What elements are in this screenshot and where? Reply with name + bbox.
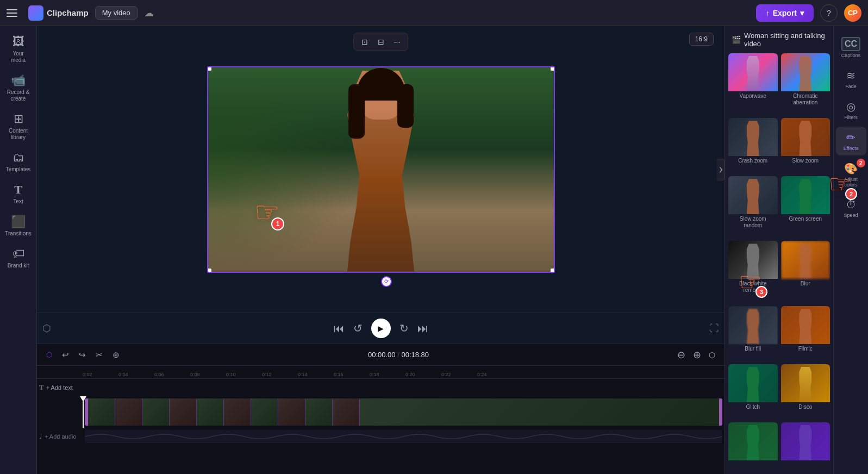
resize-handle-tr[interactable] [551,66,555,71]
left-sidebar: 🖼 Your media 📹 Record & create ⊞ Content… [0,26,37,474]
play-button[interactable]: ▶ [371,319,391,338]
speed-icon: ⏱ [846,198,857,211]
adjust-colors-icon: 🎨 [844,162,858,175]
undo-button[interactable]: ↩ [59,348,72,361]
sidebar-item-brand-kit[interactable]: 🏷 Brand kit [2,242,35,273]
tool-label-adjust-colors: Adjust colors [839,177,863,188]
effect-label-disco: Disco [781,402,830,412]
zoom-in-button[interactable]: ⊕ [690,347,704,363]
fit-button[interactable]: ⊟ [374,35,388,48]
auto-arrange-button[interactable]: ⬡ [43,349,55,360]
fullscreen-button[interactable]: ⛶ [709,323,719,334]
tool-adjust-colors[interactable]: 🎨 Adjust colors 2 [836,158,866,192]
effect-card-green-screen[interactable]: Green screen [781,176,830,238]
effect-card-slow-zoom[interactable]: Slow zoom [781,118,830,173]
effect-label-chromatic: Chromatic aberration [781,91,830,108]
effect-card-crash-zoom[interactable]: Crash zoom [728,118,778,173]
sidebar-item-record-create[interactable]: 📹 Record & create [2,69,35,107]
app-name: Clipchamp [47,8,89,17]
effect-card-filmic[interactable]: Filmic [781,306,830,361]
subtitle-toggle-button[interactable]: ⬡ [42,322,51,334]
total-time: 00:18.80 [401,351,429,359]
effect-card-slow-zoom-random[interactable]: Slow zoom random [728,176,778,238]
sidebar-label-text: Text [13,198,23,205]
effect-label-filmic: Filmic [781,344,830,354]
video-name-field[interactable]: My video [95,6,138,20]
record-create-icon: 📹 [11,73,26,88]
effect-label-slow-zoom-random: Slow zoom random [728,214,778,230]
effect-card-extra2[interactable] [781,422,830,471]
resize-handle-bl[interactable] [207,269,211,273]
panel-collapse-toggle[interactable]: ❯ [717,159,725,180]
video-track[interactable] [85,398,722,426]
sidebar-item-templates[interactable]: 🗂 Templates [2,146,35,177]
center-area: ⊡ ⊟ ··· 16:9 [37,26,725,474]
skip-back-button[interactable]: ⏮ [334,322,345,335]
sidebar-item-your-media[interactable]: 🖼 Your media [2,30,35,68]
audio-track-row: ♩ + Add audio [37,428,725,445]
current-time: 00:00.00 [368,351,396,359]
hamburger-button[interactable] [7,5,22,21]
skip-forward-button[interactable]: ⏭ [417,322,428,335]
effect-card-disco[interactable]: Disco [781,364,830,419]
fit-timeline-button[interactable]: ⬡ [706,347,718,363]
effect-card-vaporwave[interactable]: Vaporwave [728,53,778,115]
export-button[interactable]: ↑ Export ▾ [756,4,814,22]
forward-button[interactable]: ↻ [399,322,409,335]
tool-label-speed: Speed [844,213,858,218]
resize-handle-br[interactable] [551,269,555,273]
cut-button[interactable]: ✂ [93,348,105,361]
timeline-zoom-controls: ⊖ ⊕ ⬡ [675,347,718,363]
resize-handle-tl[interactable] [207,66,211,71]
sidebar-item-content-library[interactable]: ⊞ Content library [2,108,35,145]
tool-effects[interactable]: ✏ Effects [836,127,866,155]
effect-label-blur: Blur [781,279,830,289]
avatar[interactable]: CP [844,4,861,22]
tool-captions[interactable]: CC Captions [836,33,866,63]
rotation-handle[interactable]: ⟳ [381,276,392,287]
effects-panel-icon: 🎬 [732,35,741,44]
text-track-row: T + Add text [37,379,725,396]
tool-speed[interactable]: ⏱ Speed [836,194,866,222]
redo-button[interactable]: ↪ [76,348,89,361]
aspect-ratio-badge[interactable]: 16:9 [689,33,714,46]
sidebar-label-content-library: Content library [5,128,32,141]
tool-filters[interactable]: ◎ Filters [836,96,866,124]
sidebar-label-brand-kit: Brand kit [8,263,29,269]
brand-kit-icon: 🏷 [13,247,24,261]
right-tools-panel: CC Captions ≋ Fade ◎ Filters ✏ Effects 🎨… [833,26,868,474]
effects-panel-title: Woman sitting and talking video [744,32,827,48]
effect-card-blur-fill[interactable]: Blur fill [728,306,778,361]
adjust-colors-badge: 2 [857,159,865,167]
effect-card-blur[interactable]: Blur [781,241,830,302]
video-track-row [37,396,725,428]
captions-icon: CC [841,37,860,51]
sidebar-label-templates: Templates [6,166,31,173]
sidebar-item-transitions[interactable]: ⬛ Transitions [2,210,35,241]
effects-panel: 🎬 Woman sitting and talking video Vaporw… [725,26,833,474]
effect-label-extra1 [728,460,778,464]
playback-controls: ⬡ ⏮ ↺ ▶ ↻ ⏭ ⛶ [37,313,725,344]
add-audio-button[interactable]: + Add audio [45,433,76,440]
more-button[interactable]: ··· [391,35,404,48]
tool-label-filters: Filters [844,115,858,120]
effect-card-glitch[interactable]: Glitch [728,364,778,419]
tool-fade[interactable]: ≋ Fade [836,65,866,93]
effects-icon: ✏ [846,131,855,144]
effect-card-chromatic[interactable]: Chromatic aberration [781,53,830,115]
effect-card-black-white-removal[interactable]: Black/white removal [728,241,778,302]
filters-icon: ◎ [846,100,855,113]
zoom-out-button[interactable]: ⊖ [675,347,688,363]
sidebar-item-text[interactable]: T Text [2,178,35,209]
video-preview [208,67,554,272]
effect-label-black-white-removal: Black/white removal [728,279,778,295]
effect-card-extra1[interactable] [728,422,778,471]
rewind-button[interactable]: ↺ [353,322,363,335]
help-button[interactable]: ? [820,4,838,22]
crop-button[interactable]: ⊡ [358,35,371,48]
add-text-button[interactable]: + Add text [46,384,73,391]
playback-right: ⛶ [437,323,720,334]
effect-label-crash-zoom: Crash zoom [728,156,778,166]
add-media-button[interactable]: ⊕ [110,348,122,361]
fade-icon: ≋ [846,69,855,82]
